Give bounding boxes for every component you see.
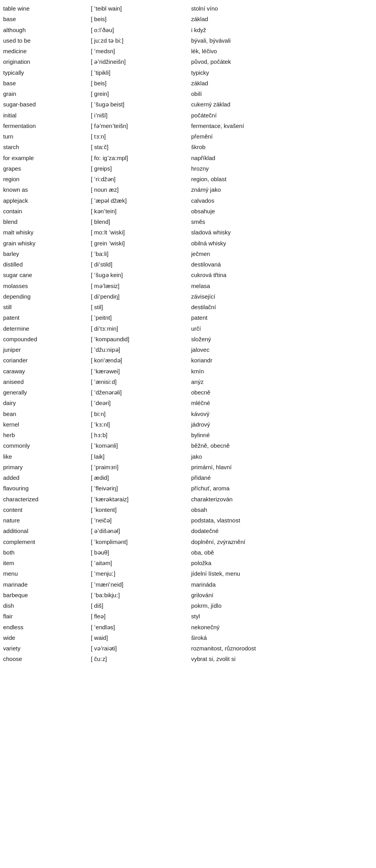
phonetic-cell: [ ˈfleivəriŋ] xyxy=(89,484,191,493)
table-row: determine[ diˈtɜːmin]určí xyxy=(0,323,376,334)
translation-cell: směs xyxy=(191,217,373,226)
translation-cell: kávový xyxy=(191,409,373,418)
word-cell: herb xyxy=(3,430,89,439)
table-row: generally[ ˈdženərəli]obecně xyxy=(0,387,376,398)
phonetic-cell: [ ˈriːdžən] xyxy=(89,175,191,184)
phonetic-cell: [ ædid] xyxy=(89,473,191,482)
table-row: dairy[ ˈdeəri]mléčné xyxy=(0,398,376,408)
translation-cell: počáteční xyxy=(191,111,373,120)
phonetic-cell: [ fəˈmenˈteišn] xyxy=(89,121,191,130)
table-row: origination[ əˈridžineišn]původ, počátek xyxy=(0,56,376,67)
translation-cell: stolní víno xyxy=(191,4,373,13)
word-cell: coriander xyxy=(3,356,89,365)
word-cell: dish xyxy=(3,601,89,610)
table-row: although[ oːlˈðəu]i když xyxy=(0,25,376,35)
phonetic-cell: [ grein] xyxy=(89,89,191,98)
word-cell: depending xyxy=(3,292,89,301)
phonetic-cell: [ əˈdišənəl] xyxy=(89,526,191,535)
word-cell: malt whisky xyxy=(3,228,89,237)
table-row: table wine[ ˈteibl wain]stolní víno xyxy=(0,3,376,14)
table-row: known as[ noun æz]známý jako xyxy=(0,184,376,195)
table-row: kernel[ ˈkɜːnl]jádrový xyxy=(0,419,376,430)
table-row: base[ beis]základ xyxy=(0,14,376,24)
phonetic-cell: [ ˈšugə kein] xyxy=(89,270,191,279)
word-cell: flair xyxy=(3,612,89,621)
word-cell: grapes xyxy=(3,164,89,173)
translation-cell: známý jako xyxy=(191,185,373,194)
word-cell: aniseed xyxy=(3,377,89,386)
translation-cell: základ xyxy=(191,79,373,88)
word-cell: content xyxy=(3,505,89,514)
phonetic-cell: [ diš] xyxy=(89,601,191,610)
translation-cell: hrozny xyxy=(191,164,373,173)
table-row: characterized[ ˈkærəktəraiz]charakterizo… xyxy=(0,494,376,504)
word-cell: medicine xyxy=(3,47,89,56)
word-cell: known as xyxy=(3,185,89,194)
table-row: compounded[ ˈkompaundid]složený xyxy=(0,334,376,344)
translation-cell: kmín xyxy=(191,367,373,376)
phonetic-cell: [ ˈšugə beist] xyxy=(89,100,191,109)
word-cell: typically xyxy=(3,68,89,77)
word-cell: menu xyxy=(3,569,89,578)
word-cell: item xyxy=(3,558,89,567)
phonetic-cell: [ oːlˈðəu] xyxy=(89,25,191,34)
word-cell: marinade xyxy=(3,580,89,589)
word-cell: primary xyxy=(3,463,89,472)
word-cell: variety xyxy=(3,644,89,653)
translation-cell: destilovaná xyxy=(191,260,373,269)
word-cell: distilled xyxy=(3,260,89,269)
phonetic-cell: [ məˈlæsiz] xyxy=(89,281,191,290)
translation-cell: škrob xyxy=(191,142,373,151)
word-cell: additional xyxy=(3,526,89,535)
word-cell: like xyxy=(3,452,89,461)
table-row: marinade[ ˈmæriˈneid]marináda xyxy=(0,579,376,590)
word-cell: region xyxy=(3,175,89,184)
table-row: starch[ staːč]škrob xyxy=(0,142,376,152)
phonetic-cell: [ diˈpendiŋ] xyxy=(89,292,191,301)
table-row: grain whisky[ grein ˈwiski]obilná whisky xyxy=(0,238,376,249)
translation-cell: sladová whisky xyxy=(191,228,373,237)
phonetic-cell: [ ˈendləs] xyxy=(89,623,191,632)
word-cell: bean xyxy=(3,409,89,418)
translation-cell: jídelní lístek, menu xyxy=(191,569,373,578)
table-row: base[ beis]základ xyxy=(0,78,376,88)
translation-cell: destilační xyxy=(191,303,373,312)
phonetic-cell: [ ˈaitəm] xyxy=(89,558,191,567)
translation-cell: přidané xyxy=(191,473,373,482)
table-row: endless[ ˈendləs]nekonečný xyxy=(0,622,376,632)
word-cell: compounded xyxy=(3,335,89,344)
phonetic-cell: [ ˈdeəri] xyxy=(89,398,191,407)
phonetic-cell: [ kənˈtein] xyxy=(89,207,191,216)
word-cell: although xyxy=(3,25,89,34)
translation-cell: cukerný základ xyxy=(191,100,373,109)
table-row: barley[ ˈbaːli]ječmen xyxy=(0,249,376,259)
word-cell: base xyxy=(3,14,89,23)
phonetic-cell: [ ˈmedsn] xyxy=(89,47,191,56)
word-cell: flavouring xyxy=(3,484,89,493)
phonetic-cell: [ laik] xyxy=(89,452,191,461)
phonetic-cell: [ ˈkærəktəraiz] xyxy=(89,495,191,504)
phonetic-cell: [ juːzd tə biː] xyxy=(89,36,191,45)
table-row: patent[ ˈpeitnt]patent xyxy=(0,312,376,323)
table-row: sugar-based[ ˈšugə beist]cukerný základ xyxy=(0,99,376,110)
word-cell: base xyxy=(3,79,89,88)
translation-cell: obsahuje xyxy=(191,207,373,216)
translation-cell: obsah xyxy=(191,505,373,514)
table-row: molasses[ məˈlæsiz]melasa xyxy=(0,281,376,291)
phonetic-cell: [ ˈkomplimənt] xyxy=(89,537,191,546)
phonetic-cell: [ ˈbaːbikjuː] xyxy=(89,591,191,600)
word-cell: caraway xyxy=(3,367,89,376)
table-row: used to be[ juːzd tə biː]bývali, bývával… xyxy=(0,35,376,46)
word-cell: fermentation xyxy=(3,121,89,130)
phonetic-cell: [ ˈænisiːd] xyxy=(89,377,191,386)
translation-cell: jako xyxy=(191,452,373,461)
table-row: blend[ blend]směs xyxy=(0,216,376,227)
translation-cell: určí xyxy=(191,324,373,333)
translation-cell: obecně xyxy=(191,388,373,397)
translation-cell: rozmanitost, různorodost xyxy=(191,644,373,653)
word-cell: grain whisky xyxy=(3,239,89,248)
table-row: malt whisky[ moːlt ˈwiski]sladová whisky xyxy=(0,227,376,238)
translation-cell: například xyxy=(191,153,373,162)
translation-cell: přemění xyxy=(191,132,373,141)
table-row: bean[ biːn]kávový xyxy=(0,409,376,419)
